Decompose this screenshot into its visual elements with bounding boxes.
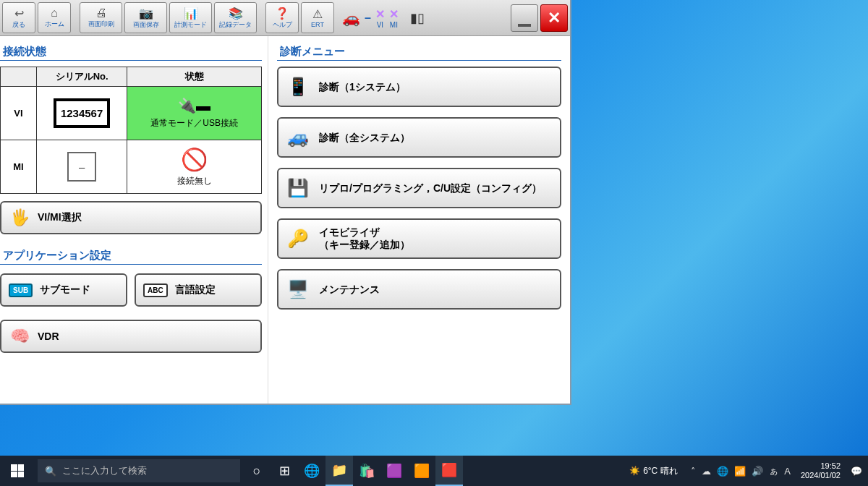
key-icon: 🔑 — [286, 229, 310, 249]
immobilizer-label: イモビライザ （キー登録／追加） — [319, 226, 410, 251]
car-icon: 🚗 — [342, 9, 360, 27]
help-label: ヘルプ — [273, 20, 292, 30]
abc-badge-icon: ABC — [143, 284, 168, 297]
monitor-icon: 🖥️ — [286, 279, 310, 299]
left-pane: 接続状態 シリアルNo. 状態 VI 1234567 🔌▬ 通常モード／USB接… — [0, 36, 268, 404]
mi-row-label: MI — [1, 140, 37, 194]
vi-status-label: VI — [375, 21, 385, 29]
maintenance-button[interactable]: 🖥️ メンテナンス — [277, 269, 561, 310]
toolbar: ↩ 戻る ⌂ ホーム 🖨 画面印刷 📷 画面保存 📊 計測モード 📚 記録データ… — [0, 0, 570, 36]
tray-wifi-icon[interactable]: 📶 — [734, 466, 746, 477]
taskbar-clock[interactable]: 19:52 2024/01/02 — [801, 461, 841, 480]
battery-icon: ▮▯ — [410, 10, 425, 26]
mi-status-cell: 🚫 接続無し — [127, 140, 262, 194]
taskview-icon[interactable]: ⊞ — [271, 456, 298, 486]
explorer-icon[interactable]: 📁 — [326, 456, 353, 486]
back-label: 戻る — [12, 20, 25, 30]
tray-onedrive-icon[interactable]: ☁ — [702, 466, 711, 477]
mi-serial-cell: – — [37, 140, 127, 194]
save-screen-button[interactable]: 📷 画面保存 — [124, 2, 167, 33]
ert-label: ERT — [311, 21, 324, 28]
record-icon: 📚 — [229, 7, 243, 20]
repro-button[interactable]: 💾 リプロ/プログラミング，C/U設定（コンフィグ） — [277, 168, 561, 208]
brain-icon: 🧠 — [9, 327, 30, 346]
measure-mode-button[interactable]: 📊 計測モード — [169, 2, 212, 33]
vi-status-text: 通常モード／USB接続 — [130, 117, 258, 129]
vi-row-label: VI — [1, 87, 37, 140]
immobilizer-button[interactable]: 🔑 イモビライザ （キー登録／追加） — [277, 218, 561, 259]
car-dash: – — [365, 12, 371, 25]
clock-time: 19:52 — [801, 461, 841, 471]
windows-logo-icon — [11, 464, 24, 477]
language-button[interactable]: ABC 言語設定 — [135, 273, 262, 307]
app2-icon[interactable]: 🟧 — [408, 456, 435, 486]
home-icon: ⌂ — [51, 7, 58, 20]
home-button[interactable]: ⌂ ホーム — [38, 2, 71, 33]
back-icon: ↩ — [14, 7, 24, 20]
conn-th-status: 状態 — [127, 67, 262, 87]
warning-icon: ⚠ — [312, 7, 323, 21]
taskbar-search[interactable]: 🔍 ここに入力して検索 — [38, 459, 240, 482]
vi-serial-value: 1234567 — [54, 98, 110, 128]
measure-label: 計測モード — [174, 20, 207, 30]
minimize-button[interactable] — [511, 4, 538, 32]
weather-temp: 6°C — [643, 466, 658, 476]
notifications-icon[interactable]: 💬 — [851, 466, 862, 477]
print-button[interactable]: 🖨 画面印刷 — [80, 2, 122, 33]
phone-icon: 📱 — [286, 77, 310, 97]
sub-mode-button[interactable]: SUB サブモード — [0, 273, 127, 307]
diagnostic-app-window: ↩ 戻る ⌂ ホーム 🖨 画面印刷 📷 画面保存 📊 計測モード 📚 記録データ… — [0, 0, 571, 405]
cursor-hand-icon: 🖐️ — [9, 208, 30, 227]
tray-network-icon[interactable]: 🌐 — [717, 466, 728, 477]
store-icon[interactable]: 🛍️ — [353, 456, 380, 486]
record-data-button[interactable]: 📚 記録データ — [214, 2, 257, 33]
vi-mi-select-button[interactable]: 🖐️ VI/MI選択 — [0, 201, 262, 234]
system-tray: ☀️ 6°C 晴れ ˄ ☁ 🌐 📶 🔊 ぁ A 19:52 2024/01/02… — [624, 461, 868, 480]
conn-th-blank — [1, 67, 37, 87]
windows-taskbar: 🔍 ここに入力して検索 ○ ⊞ 🌐 📁 🛍️ 🟪 🟧 🟥 ☀️ 6°C 晴れ ˄… — [0, 456, 868, 486]
sub-mode-label: サブモード — [40, 284, 90, 297]
mi-serial-value: – — [67, 152, 96, 182]
sub-badge-icon: SUB — [9, 284, 33, 297]
connection-table: シリアルNo. 状態 VI 1234567 🔌▬ 通常モード／USB接続 MI — [0, 67, 262, 194]
conn-row-mi: MI – 🚫 接続無し — [1, 140, 262, 194]
home-label: ホーム — [45, 20, 64, 29]
vi-x-icon: ✕ — [375, 7, 385, 21]
printer-icon: 🖨 — [95, 7, 107, 20]
vi-mi-select-label: VI/MI選択 — [38, 211, 82, 224]
help-button[interactable]: ❓ ヘルプ — [265, 2, 299, 33]
mi-status-label: MI — [389, 21, 399, 29]
connection-section-title: 接続状態 — [0, 43, 262, 61]
app1-icon[interactable]: 🟪 — [380, 456, 408, 486]
repro-label: リプロ/プログラミング，C/U設定（コンフィグ） — [319, 182, 542, 195]
gauge-icon: 📊 — [184, 7, 198, 20]
tray-ime-icon[interactable]: ぁ — [769, 464, 778, 477]
diag-all-system-button[interactable]: 🚙 診断（全システム） — [277, 117, 561, 158]
maintenance-label: メンテナンス — [319, 284, 380, 296]
vdr-label: VDR — [38, 331, 59, 342]
tray-chevron-icon[interactable]: ˄ — [691, 466, 696, 477]
edge-icon[interactable]: 🌐 — [298, 456, 326, 486]
taskbar-pinned: ○ ⊞ 🌐 📁 🛍️ 🟪 🟧 🟥 — [243, 456, 463, 486]
camera-icon: 📷 — [139, 7, 153, 20]
weather-icon: ☀️ — [629, 466, 640, 476]
close-icon: ✕ — [548, 9, 561, 27]
tray-ime-mode[interactable]: A — [784, 466, 791, 477]
diag-one-label: 診断（1システム） — [319, 81, 406, 93]
app-settings-title: アプリケーション設定 — [0, 247, 262, 265]
diag-app-taskbar-icon[interactable]: 🟥 — [435, 456, 463, 486]
tray-volume-icon[interactable]: 🔊 — [752, 466, 763, 477]
search-placeholder: ここに入力して検索 — [62, 464, 147, 477]
close-button[interactable]: ✕ — [540, 4, 568, 32]
diag-menu-title: 診断メニュー — [277, 43, 561, 61]
ert-button[interactable]: ⚠ ERT — [301, 2, 334, 33]
mi-status-text: 接続無し — [130, 175, 258, 187]
clock-date: 2024/01/02 — [801, 471, 841, 480]
diag-one-system-button[interactable]: 📱 診断（1システム） — [277, 67, 561, 107]
vi-status-cell: 🔌▬ 通常モード／USB接続 — [127, 87, 262, 140]
weather-widget[interactable]: ☀️ 6°C 晴れ — [629, 465, 678, 477]
vdr-button[interactable]: 🧠 VDR — [0, 320, 262, 353]
cortana-icon[interactable]: ○ — [243, 456, 271, 486]
start-button[interactable] — [0, 456, 35, 486]
back-button[interactable]: ↩ 戻る — [2, 2, 35, 33]
